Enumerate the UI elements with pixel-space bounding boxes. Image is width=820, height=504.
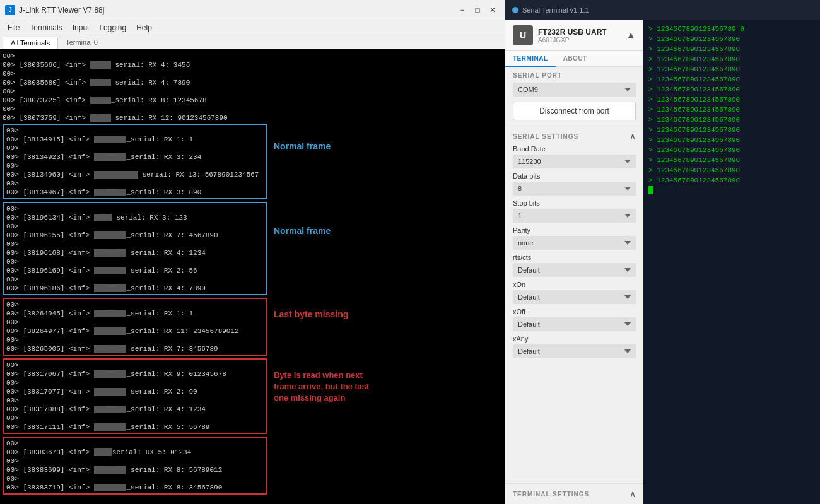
serial-settings-title: SERIAL SETTINGS: [513, 133, 578, 140]
serial-line: > 12345678901234567890: [648, 34, 815, 44]
term-line: 00> [38073725] <inf> ██_serial: RX 8: 12…: [3, 96, 502, 105]
data-bits-select[interactable]: 8: [513, 182, 636, 196]
serial-cursor-line: [648, 185, 815, 196]
term-line: 00>: [6, 318, 264, 327]
tab-about[interactable]: ABOUT: [556, 51, 595, 66]
serial-line: > 12345678901234567890: [648, 64, 815, 74]
term-line: 00> [38134967] <inf> ███_serial: RX 3: 8…: [6, 188, 264, 197]
term-line: 00>: [6, 457, 264, 466]
term-line: 00>: [6, 474, 264, 483]
term-line: 00>: [6, 179, 264, 188]
menu-terminals[interactable]: Terminals: [25, 22, 67, 33]
serial-settings-collapse-icon[interactable]: ∧: [630, 131, 636, 141]
tab-all-terminals[interactable]: All Terminals: [3, 37, 58, 49]
term-line: 00> [38196168] <inf> ███_serial: RX 4: 1…: [6, 249, 264, 257]
term-line: 00> [38383673] <inf> ██serial: RX 5: 012…: [6, 448, 264, 457]
term-line: 00> [38073759] <inf> ██_serial: RX 12: 9…: [3, 114, 502, 122]
parity-select[interactable]: none: [513, 236, 636, 250]
term-line: 00>: [3, 52, 502, 61]
term-line: 00>: [6, 204, 264, 213]
serial-port-title: SERIAL PORT: [513, 72, 562, 79]
serial-line: > 1234567890123456789 0: [648, 24, 815, 34]
term-line: 00>: [6, 161, 264, 170]
term-line: 00> [38196155] <inf> ███_serial: RX 7: 4…: [6, 231, 264, 240]
term-line: 00> [38134960] <inf> ████_serial: RX 13:…: [6, 170, 264, 179]
normal-frame-2-label: Normal frame: [274, 226, 331, 236]
term-line: 00> [38317067] <inf> ███_serial: RX 9: 0…: [6, 370, 264, 378]
term-line: 00>: [3, 69, 502, 78]
xoff-select[interactable]: Default: [513, 317, 636, 331]
term-line: 00> [38317088] <inf> ███_serial: RX 4: 1…: [6, 405, 264, 414]
term-line: 00> [38264945] <inf> ███_serial: RX 1: 1: [6, 309, 264, 318]
app-icon: J: [5, 5, 15, 15]
serial-line: > 12345678901234567890: [648, 105, 815, 115]
term-line: 00> [38317111] <inf> ███_serial: RX 5: 5…: [6, 423, 264, 431]
device-upload-icon: ▲: [626, 30, 636, 41]
xany-select[interactable]: Default: [513, 344, 636, 358]
baud-rate-label: Baud Rate: [513, 145, 636, 153]
menu-help[interactable]: Help: [131, 22, 157, 33]
term-line: 00>: [6, 126, 264, 135]
term-line: 00>: [6, 222, 264, 231]
serial-line: > 12345678901234567890: [648, 115, 815, 125]
serial-line: > 12345678901234567890: [648, 44, 815, 54]
terminal-content[interactable]: 00> 00> [38035666] <inf> ██_serial: RX 4…: [0, 49, 505, 504]
rts-cts-label: rts/cts: [513, 254, 636, 261]
term-line: 00> [38196169] <inf> ███_serial: RX 2: 5…: [6, 266, 264, 275]
maximize-button[interactable]: □: [471, 3, 484, 17]
byte-arrives-label: Byte is read when next frame arrive, but…: [274, 370, 381, 404]
term-line: 00>: [6, 257, 264, 266]
stop-bits-label: Stop bits: [513, 199, 636, 207]
term-line: 00>: [6, 361, 264, 370]
serial-app-title: Serial Terminal v1.1.1: [522, 6, 589, 14]
data-bits-label: Data bits: [513, 172, 636, 180]
normal-frame-1-label: Normal frame: [274, 141, 331, 151]
serial-line: > 12345678901234567890: [648, 125, 815, 135]
term-line: 00>: [6, 378, 264, 387]
xoff-label: xOff: [513, 308, 636, 315]
serial-line: > 12345678901234567890: [648, 85, 815, 95]
term-line: 00> [38317077] <inf> ███_serial: RX 2: 9…: [6, 387, 264, 396]
serial-line: > 12345678901234567890: [648, 175, 815, 185]
tab-terminal0[interactable]: Terminal 0: [58, 37, 105, 49]
close-button[interactable]: ✕: [486, 3, 500, 17]
rts-cts-select[interactable]: Default: [513, 263, 636, 277]
menu-file[interactable]: File: [3, 22, 25, 33]
term-line: 00>: [6, 336, 264, 344]
serial-output-content[interactable]: > 1234567890123456789 0 > 12345678901234…: [643, 20, 820, 504]
term-line: 00> [38035666] <inf> ██_serial: RX 4: 34…: [3, 61, 502, 69]
terminal-settings-collapse-icon[interactable]: ∧: [630, 489, 636, 499]
serial-line: > 12345678901234567890: [648, 54, 815, 64]
serial-line: > 12345678901234567890: [648, 165, 815, 175]
xany-label: xAny: [513, 335, 636, 343]
term-line: 00> [38196134] <inf> ██_serial: RX 3: 12…: [6, 213, 264, 222]
serial-line: > 12345678901234567890: [648, 155, 815, 165]
device-header: U FT232R USB UART A601JGXP ▲: [505, 20, 643, 51]
serial-cursor: [648, 186, 653, 194]
term-line: 00>: [6, 144, 264, 153]
com-port-select[interactable]: COM9: [513, 83, 636, 97]
window-controls[interactable]: − □ ✕: [455, 3, 500, 17]
term-line: 00> [38264977] <inf> ███_serial: RX 11: …: [6, 327, 264, 336]
term-line: 00> [38196186] <inf> ███_serial: RX 4: 7…: [6, 284, 264, 293]
disconnect-button[interactable]: Disconnect from port: [513, 102, 636, 120]
term-line: 00>: [3, 105, 502, 114]
menu-logging[interactable]: Logging: [94, 22, 131, 33]
menu-input[interactable]: Input: [67, 22, 95, 33]
term-line: 00>: [6, 300, 264, 309]
app-title: J-Link RTT Viewer V7.88j: [19, 6, 104, 15]
parity-label: Parity: [513, 226, 636, 234]
last-byte-missing-label: Last byte missing: [274, 309, 348, 319]
serial-dot-icon: [512, 7, 518, 13]
term-line: 00>: [6, 414, 264, 423]
term-line: 00>: [6, 439, 264, 448]
baud-rate-select[interactable]: 115200: [513, 155, 636, 168]
minimize-button[interactable]: −: [455, 3, 469, 17]
xon-select[interactable]: Default: [513, 290, 636, 304]
stop-bits-select[interactable]: 1: [513, 209, 636, 223]
term-line: 00> [38383719] <inf> ███_serial: RX 8: 3…: [6, 483, 264, 492]
tab-terminal[interactable]: TERMINAL: [505, 51, 556, 67]
serial-line: > 12345678901234567890: [648, 74, 815, 85]
serial-title-bar: Serial Terminal v1.1.1: [505, 0, 820, 20]
serial-line: > 12345678901234567890: [648, 135, 815, 145]
